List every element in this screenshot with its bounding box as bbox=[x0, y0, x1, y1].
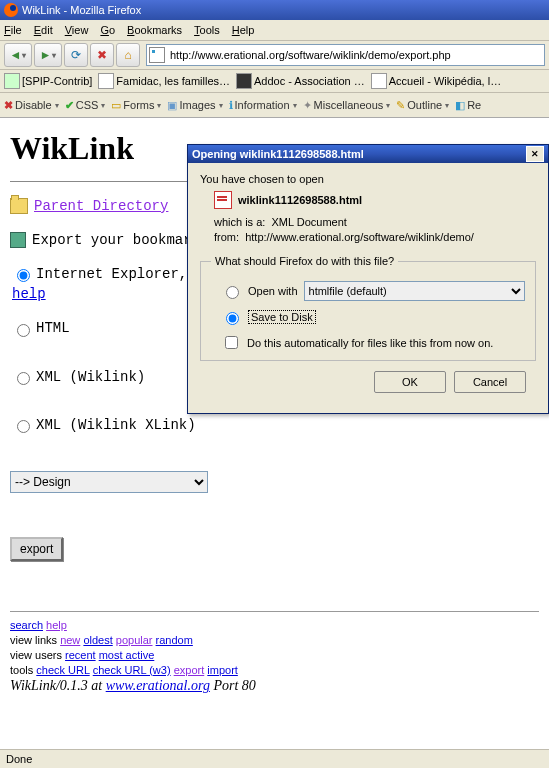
x-icon: ✖ bbox=[4, 99, 13, 112]
bookmark-icon bbox=[98, 73, 114, 89]
wd-forms[interactable]: ▭Forms▾ bbox=[111, 99, 161, 112]
wd-resize[interactable]: ◧Re bbox=[455, 99, 481, 112]
cancel-button[interactable]: Cancel bbox=[454, 371, 526, 393]
bookmarks-toolbar: [SPIP-Contrib] Famidac, les familles… Ad… bbox=[0, 70, 549, 93]
stop-button[interactable]: ✖ bbox=[90, 43, 114, 67]
bookmark-spip[interactable]: [SPIP-Contrib] bbox=[4, 73, 92, 89]
menu-help[interactable]: Help bbox=[232, 24, 255, 36]
status-text: Done bbox=[6, 753, 32, 765]
dialog-filename: wiklink1112698588.html bbox=[238, 194, 362, 206]
footer-random[interactable]: random bbox=[156, 634, 193, 646]
bookmark-icon bbox=[4, 73, 20, 89]
html-file-icon bbox=[214, 191, 232, 209]
download-dialog: Opening wiklink1112698588.html ✕ You hav… bbox=[187, 144, 549, 414]
radio-xml2-label: XML (Wiklink XLink) bbox=[36, 417, 196, 433]
dialog-title: Opening wiklink1112698588.html bbox=[192, 148, 364, 160]
menu-file[interactable]: File bbox=[4, 24, 22, 36]
radio-ie[interactable] bbox=[17, 269, 30, 282]
images-icon: ▣ bbox=[167, 99, 177, 112]
status-bar: Done bbox=[0, 749, 549, 768]
folder-icon bbox=[10, 198, 28, 214]
footer-search[interactable]: search bbox=[10, 619, 43, 631]
bookmark-icon bbox=[371, 73, 387, 89]
dialog-action-fieldset: What should Firefox do with this file? O… bbox=[200, 255, 536, 361]
footer-check-url[interactable]: check URL bbox=[36, 664, 89, 676]
webdev-toolbar: ✖Disable▾ ✔CSS▾ ▭Forms▾ ▣Images▾ ℹInform… bbox=[0, 93, 549, 118]
wd-css[interactable]: ✔CSS▾ bbox=[65, 99, 106, 112]
open-with-select[interactable]: htmlfile (default) bbox=[304, 281, 525, 301]
gear-icon: ✦ bbox=[303, 99, 312, 112]
menu-bookmarks[interactable]: Bookmarks bbox=[127, 24, 182, 36]
outline-icon: ✎ bbox=[396, 99, 405, 112]
auto-checkbox[interactable] bbox=[225, 336, 238, 349]
parent-directory-link[interactable]: Parent Directory bbox=[34, 198, 168, 214]
footer-site-link[interactable]: www.erational.org bbox=[106, 678, 210, 693]
footer-oldest[interactable]: oldest bbox=[83, 634, 112, 646]
radio-html-label: HTML bbox=[36, 320, 70, 336]
bookmark-wikipedia[interactable]: Accueil - Wikipédia, l… bbox=[371, 73, 501, 89]
help-link[interactable]: help bbox=[12, 286, 46, 302]
wd-outline[interactable]: ✎Outline▾ bbox=[396, 99, 449, 112]
wd-images[interactable]: ▣Images▾ bbox=[167, 99, 222, 112]
footer-help[interactable]: help bbox=[46, 619, 67, 631]
wd-information[interactable]: ℹInformation▾ bbox=[229, 99, 297, 112]
auto-label: Do this automatically for files like thi… bbox=[247, 337, 493, 349]
footer-popular[interactable]: popular bbox=[116, 634, 153, 646]
radio-save-to-disk[interactable] bbox=[226, 312, 239, 325]
bookmark-famidac[interactable]: Famidac, les familles… bbox=[98, 73, 230, 89]
url-bar[interactable] bbox=[146, 44, 545, 66]
dialog-legend: What should Firefox do with this file? bbox=[211, 255, 398, 267]
radio-html[interactable] bbox=[17, 324, 30, 337]
footer-new[interactable]: new bbox=[60, 634, 80, 646]
reload-button[interactable]: ⟳ bbox=[64, 43, 88, 67]
bookmark-addoc[interactable]: Addoc - Association … bbox=[236, 73, 365, 89]
disk-icon bbox=[10, 232, 26, 248]
forward-button[interactable]: ►▾ bbox=[34, 43, 62, 67]
dialog-titlebar[interactable]: Opening wiklink1112698588.html ✕ bbox=[188, 145, 548, 163]
export-label: Export your bookmar bbox=[32, 232, 192, 248]
check-icon: ✔ bbox=[65, 99, 74, 112]
menu-edit[interactable]: Edit bbox=[34, 24, 53, 36]
footer-most-active[interactable]: most active bbox=[99, 649, 155, 661]
info-icon: ℹ bbox=[229, 99, 233, 112]
wd-misc[interactable]: ✦Miscellaneous▾ bbox=[303, 99, 391, 112]
menu-view[interactable]: View bbox=[65, 24, 89, 36]
window-titlebar: WikLink - Mozilla Firefox bbox=[0, 0, 549, 20]
radio-xml-xlink[interactable] bbox=[17, 420, 30, 433]
back-button[interactable]: ◄▾ bbox=[4, 43, 32, 67]
window-title: WikLink - Mozilla Firefox bbox=[22, 4, 141, 16]
firefox-icon bbox=[4, 3, 18, 17]
footer: search help view links new oldest popula… bbox=[10, 611, 539, 693]
menu-go[interactable]: Go bbox=[100, 24, 115, 36]
dialog-chosen-text: You have chosen to open bbox=[200, 173, 536, 185]
menubar: File Edit View Go Bookmarks Tools Help bbox=[0, 20, 549, 41]
open-with-label: Open with bbox=[248, 285, 298, 297]
footer-check-url-w3[interactable]: check URL (w3) bbox=[93, 664, 171, 676]
dialog-close-button[interactable]: ✕ bbox=[526, 146, 544, 162]
design-select[interactable]: --> Design bbox=[10, 471, 208, 493]
save-to-disk-label: Save to Disk bbox=[248, 310, 316, 324]
resize-icon: ◧ bbox=[455, 99, 465, 112]
nav-toolbar: ◄▾ ►▾ ⟳ ✖ ⌂ bbox=[0, 41, 549, 70]
footer-export[interactable]: export bbox=[174, 664, 205, 676]
radio-xml-wiklink[interactable] bbox=[17, 372, 30, 385]
radio-xml1-label: XML (Wiklink) bbox=[36, 369, 145, 385]
form-icon: ▭ bbox=[111, 99, 121, 112]
url-input[interactable] bbox=[168, 48, 542, 62]
footer-import[interactable]: import bbox=[207, 664, 238, 676]
home-button[interactable]: ⌂ bbox=[116, 43, 140, 67]
ok-button[interactable]: OK bbox=[374, 371, 446, 393]
bookmark-icon bbox=[236, 73, 252, 89]
export-button[interactable]: export bbox=[10, 537, 63, 561]
footer-recent[interactable]: recent bbox=[65, 649, 96, 661]
radio-open-with[interactable] bbox=[226, 286, 239, 299]
page-icon bbox=[149, 47, 165, 63]
menu-tools[interactable]: Tools bbox=[194, 24, 220, 36]
wd-disable[interactable]: ✖Disable▾ bbox=[4, 99, 59, 112]
radio-ie-label: Internet Explorer, M bbox=[36, 266, 204, 282]
